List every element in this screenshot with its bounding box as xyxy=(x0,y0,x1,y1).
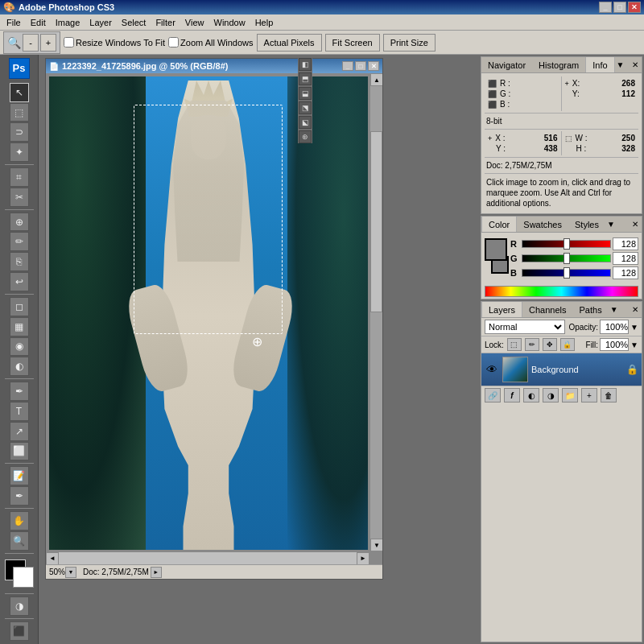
zoom-level-arrow[interactable]: ▼ xyxy=(65,567,76,578)
tab-histogram[interactable]: Histogram xyxy=(532,57,585,72)
tool-gradient[interactable]: ▦ xyxy=(10,317,29,336)
menu-view[interactable]: View xyxy=(180,16,209,29)
color-panel-arrow[interactable]: ▼ xyxy=(605,220,617,229)
r-slider-track[interactable] xyxy=(522,240,611,248)
tab-info[interactable]: Info xyxy=(585,57,614,72)
lock-image-btn[interactable]: ✏ xyxy=(525,338,539,351)
menu-help[interactable]: Help xyxy=(250,16,279,29)
hscroll-right[interactable]: ► xyxy=(357,552,369,565)
tool-path-select[interactable]: ↗ xyxy=(10,422,29,441)
tool-marquee[interactable]: ⬚ xyxy=(10,103,29,122)
tool-zoom[interactable]: 🔍 xyxy=(10,531,29,551)
doc-maximize-button[interactable]: □ xyxy=(355,61,366,71)
side-icon-1[interactable]: ◧ xyxy=(299,58,312,71)
actual-pixels-button[interactable]: Actual Pixels xyxy=(257,34,322,52)
new-layer-btn[interactable]: + xyxy=(581,388,597,402)
tool-text[interactable]: T xyxy=(10,402,29,421)
tab-channels[interactable]: Channels xyxy=(522,302,572,317)
tool-move[interactable]: ↖ xyxy=(10,83,29,102)
layer-visibility-toggle[interactable]: 👁 xyxy=(485,362,499,377)
tool-dodge[interactable]: ◐ xyxy=(10,357,29,376)
layer-adjustment-btn[interactable]: ◑ xyxy=(543,388,559,402)
tool-brush[interactable]: ✏ xyxy=(10,232,29,251)
doc-minimize-button[interactable]: _ xyxy=(342,61,353,71)
color-panel-close[interactable]: ✕ xyxy=(629,220,642,229)
document-scroll-area[interactable]: ⊕ ▲ ▼ ◄ ► xyxy=(46,73,382,564)
menu-file[interactable]: File xyxy=(2,16,26,29)
tool-notes[interactable]: 📝 xyxy=(10,466,29,485)
lock-transparent-btn[interactable]: ⬚ xyxy=(507,338,522,351)
layer-background-row[interactable]: 👁 Background 🔒 xyxy=(481,353,642,386)
side-icon-6[interactable]: ⊛ xyxy=(299,130,312,143)
lock-all-btn[interactable]: 🔒 xyxy=(560,338,575,351)
layer-group-btn[interactable]: 📁 xyxy=(562,388,578,402)
layers-panel-arrow[interactable]: ▼ xyxy=(609,305,620,314)
menu-layer[interactable]: Layer xyxy=(85,16,117,29)
layer-mask-btn[interactable]: ◐ xyxy=(523,388,539,402)
tool-crop[interactable]: ⌗ xyxy=(10,167,29,187)
vscroll-track[interactable] xyxy=(370,86,382,539)
menu-select[interactable]: Select xyxy=(117,16,151,29)
zoom-in-button[interactable]: + xyxy=(40,34,56,52)
resize-windows-checkbox[interactable] xyxy=(64,37,74,47)
color-spectrum-bar[interactable] xyxy=(485,286,638,297)
background-color[interactable] xyxy=(13,567,34,588)
color-picker[interactable] xyxy=(5,559,34,588)
menu-window[interactable]: Window xyxy=(209,16,250,29)
info-panel-arrow[interactable]: ▼ xyxy=(615,60,626,69)
fit-screen-button[interactable]: Fit Screen xyxy=(325,34,380,52)
link-layers-btn[interactable]: 🔗 xyxy=(485,388,501,402)
zoom-all-windows-label[interactable]: Zoom All Windows xyxy=(168,37,253,47)
tab-color[interactable]: Color xyxy=(481,217,517,232)
lock-position-btn[interactable]: ✥ xyxy=(543,338,557,351)
tool-stamp[interactable]: ⎘ xyxy=(10,252,29,271)
info-panel-close[interactable]: ✕ xyxy=(629,60,642,69)
side-icon-4[interactable]: ⬔ xyxy=(299,101,312,114)
menu-edit[interactable]: Edit xyxy=(26,16,51,29)
vscroll-up[interactable]: ▲ xyxy=(370,73,382,86)
r-slider-handle[interactable] xyxy=(564,238,570,250)
tab-navigator[interactable]: Navigator xyxy=(481,57,532,72)
side-icon-5[interactable]: ⬕ xyxy=(299,116,312,129)
tool-shape[interactable]: ⬜ xyxy=(10,442,29,461)
hscroll-left[interactable]: ◄ xyxy=(46,552,59,565)
document-image[interactable]: ⊕ xyxy=(49,76,368,550)
menu-filter[interactable]: Filter xyxy=(151,16,180,29)
g-value-input[interactable] xyxy=(613,252,638,265)
side-icon-3[interactable]: ⬓ xyxy=(299,87,312,100)
opacity-arrow[interactable]: ▼ xyxy=(630,323,638,332)
tool-history-brush[interactable]: ↩ xyxy=(10,272,29,291)
tab-layers[interactable]: Layers xyxy=(481,302,522,317)
tool-magic-wand[interactable]: ✦ xyxy=(10,142,29,162)
doc-close-button[interactable]: ✕ xyxy=(368,61,379,71)
tab-swatches[interactable]: Swatches xyxy=(517,217,568,232)
delete-layer-btn[interactable]: 🗑 xyxy=(601,388,617,402)
tool-healing[interactable]: ⊕ xyxy=(10,213,29,232)
tool-quick-mask[interactable]: ◑ xyxy=(10,597,29,616)
vscroll-thumb[interactable] xyxy=(370,131,382,312)
side-icon-2[interactable]: ⬒ xyxy=(299,72,312,85)
blend-mode-select[interactable]: Normal Multiply Screen xyxy=(485,320,565,334)
tool-hand[interactable]: ✋ xyxy=(10,511,29,530)
zoom-all-windows-checkbox[interactable] xyxy=(168,37,179,47)
tool-screen-mode[interactable]: ⬛ xyxy=(10,621,29,641)
b-slider-track[interactable] xyxy=(522,269,611,277)
fg-color-swatch[interactable] xyxy=(485,238,507,261)
tool-eyedropper[interactable]: ✒ xyxy=(10,486,29,506)
close-button[interactable]: ✕ xyxy=(628,2,641,13)
tool-pen[interactable]: ✒ xyxy=(10,382,29,401)
maximize-button[interactable]: □ xyxy=(613,2,626,13)
tool-lasso[interactable]: ⊃ xyxy=(10,122,29,142)
b-slider-handle[interactable] xyxy=(564,267,570,279)
print-size-button[interactable]: Print Size xyxy=(383,34,436,52)
fill-input[interactable] xyxy=(600,338,629,351)
tool-eraser[interactable]: ◻ xyxy=(10,297,29,316)
minimize-button[interactable]: _ xyxy=(599,2,612,13)
tool-slice[interactable]: ✂ xyxy=(10,188,29,207)
zoom-out-button[interactable]: - xyxy=(23,34,39,52)
layer-style-btn[interactable]: f xyxy=(504,388,520,402)
opacity-input[interactable] xyxy=(600,320,629,334)
tab-paths[interactable]: Paths xyxy=(573,302,609,317)
layers-panel-close[interactable]: ✕ xyxy=(629,305,642,314)
tab-styles[interactable]: Styles xyxy=(568,217,605,232)
